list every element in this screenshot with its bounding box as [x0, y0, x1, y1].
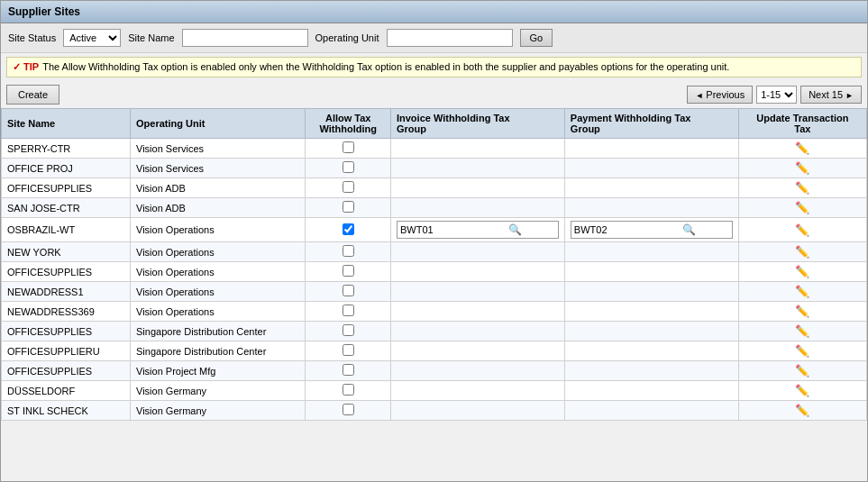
allow-tax-checkbox[interactable]: [343, 344, 354, 356]
supplier-sites-table: Site Name Operating Unit Allow TaxWithho…: [1, 108, 867, 421]
allow-tax-checkbox[interactable]: [343, 324, 354, 336]
allow-tax-checkbox[interactable]: [343, 384, 354, 396]
tip-bar: ✓ TIP The Allow Withholding Tax option i…: [6, 57, 862, 77]
cell-edit: ✏️: [738, 242, 866, 262]
payment-search-icon[interactable]: 🔍: [680, 223, 699, 237]
cell-edit: ✏️: [738, 139, 866, 159]
cell-invoice-group: [390, 381, 564, 401]
cell-site-name: OFFICESUPPLIES: [2, 262, 131, 282]
edit-icon[interactable]: ✏️: [795, 344, 809, 358]
table-row: OFFICE PROJVision Services✏️: [2, 159, 867, 178]
cell-invoice-group: [390, 302, 564, 322]
tip-message: The Allow Withholding Tax option is enab…: [42, 61, 729, 72]
allow-tax-checkbox[interactable]: [343, 201, 354, 213]
edit-icon[interactable]: ✏️: [795, 265, 809, 278]
cell-payment-group: [564, 401, 738, 421]
toolbar: Site Status Active Inactive Site Name Op…: [1, 23, 867, 53]
cell-payment-group: [564, 262, 738, 282]
cell-allow-tax: [306, 322, 390, 341]
cell-allow-tax: [306, 401, 390, 421]
table-row: SAN JOSE-CTRVision ADB✏️: [2, 198, 867, 218]
cell-allow-tax: [306, 341, 390, 361]
table-row: OFFICESUPPLIESVision Project Mfg✏️: [2, 361, 867, 381]
col-payment-group: Payment Withholding TaxGroup: [564, 109, 738, 139]
edit-icon[interactable]: ✏️: [795, 364, 809, 377]
allow-tax-checkbox[interactable]: [343, 161, 354, 173]
edit-icon[interactable]: ✏️: [795, 324, 809, 338]
table-row: NEWADDRESS369Vision Operations✏️: [2, 302, 867, 322]
cell-operating-unit: Vision Operations: [131, 262, 306, 282]
window-title: Supplier Sites: [8, 5, 80, 18]
cell-edit: ✏️: [738, 178, 866, 198]
main-window: Supplier Sites Site Status Active Inacti…: [0, 0, 868, 482]
site-status-select[interactable]: Active Inactive: [63, 29, 121, 47]
cell-edit: ✏️: [738, 282, 866, 302]
allow-tax-checkbox[interactable]: [343, 285, 354, 296]
allow-tax-checkbox[interactable]: [343, 141, 354, 153]
operating-unit-label: Operating Unit: [315, 32, 379, 43]
allow-tax-checkbox[interactable]: [343, 265, 354, 277]
cell-edit: ✏️: [738, 322, 866, 341]
cell-edit: ✏️: [738, 381, 866, 401]
table-row: DÜSSELDORFVision Germany✏️: [2, 381, 867, 401]
cell-edit: ✏️: [738, 341, 866, 361]
cell-payment-group: [564, 178, 738, 198]
edit-icon[interactable]: ✏️: [795, 223, 809, 237]
previous-button[interactable]: Previous: [687, 86, 753, 104]
table-row: ST INKL SCHECKVision Germany✏️: [2, 401, 867, 421]
cell-payment-group: [564, 322, 738, 341]
invoice-group-input[interactable]: [397, 223, 506, 236]
edit-icon[interactable]: ✏️: [795, 245, 809, 259]
cell-invoice-group: [390, 282, 564, 302]
next-button[interactable]: Next 15: [800, 86, 862, 104]
cell-allow-tax: [306, 198, 390, 218]
cell-invoice-group: [390, 262, 564, 282]
cell-allow-tax: [306, 262, 390, 282]
edit-icon[interactable]: ✏️: [795, 141, 809, 155]
cell-allow-tax: [306, 302, 390, 322]
cell-operating-unit: Singapore Distribution Center: [131, 341, 306, 361]
edit-icon[interactable]: ✏️: [795, 305, 809, 318]
edit-icon[interactable]: ✏️: [795, 161, 809, 175]
cell-allow-tax: [306, 381, 390, 401]
cell-invoice-group: [390, 242, 564, 262]
edit-icon[interactable]: ✏️: [795, 181, 809, 195]
edit-icon[interactable]: ✏️: [795, 404, 809, 417]
cell-invoice-group: [390, 322, 564, 341]
site-status-label: Site Status: [8, 32, 56, 43]
edit-icon[interactable]: ✏️: [795, 384, 809, 397]
operating-unit-input[interactable]: [387, 29, 513, 47]
cell-payment-group: [564, 139, 738, 159]
create-button[interactable]: Create: [6, 85, 59, 105]
table-row: SPERRY-CTRVision Services✏️: [2, 139, 867, 159]
cell-allow-tax: [306, 139, 390, 159]
edit-icon[interactable]: ✏️: [795, 201, 809, 214]
page-range-select[interactable]: 1-15: [756, 86, 797, 104]
tip-icon: ✓ TIP: [13, 61, 39, 73]
site-name-input[interactable]: [182, 29, 308, 47]
allow-tax-checkbox[interactable]: [343, 404, 354, 415]
cell-operating-unit: Vision ADB: [131, 198, 306, 218]
allow-tax-checkbox[interactable]: [343, 364, 354, 376]
allow-tax-checkbox[interactable]: [343, 223, 354, 235]
cell-allow-tax: [306, 178, 390, 198]
go-button[interactable]: Go: [520, 29, 553, 47]
allow-tax-checkbox[interactable]: [343, 305, 354, 316]
cell-operating-unit: Vision Operations: [131, 282, 306, 302]
allow-tax-checkbox[interactable]: [343, 181, 354, 193]
table-row: OFFICESUPPLIESSingapore Distribution Cen…: [2, 322, 867, 341]
cell-site-name: NEW YORK: [2, 242, 131, 262]
cell-payment-group: [564, 361, 738, 381]
cell-operating-unit: Vision Germany: [131, 381, 306, 401]
table-container: Site Name Operating Unit Allow TaxWithho…: [1, 108, 867, 421]
edit-icon[interactable]: ✏️: [795, 285, 809, 298]
cell-invoice-group: [390, 361, 564, 381]
cell-site-name: DÜSSELDORF: [2, 381, 131, 401]
allow-tax-checkbox[interactable]: [343, 245, 354, 257]
payment-group-input[interactable]: [571, 223, 680, 236]
invoice-search-icon[interactable]: 🔍: [506, 223, 525, 237]
cell-site-name: OSBRAZIL-WT: [2, 218, 131, 242]
cell-invoice-group: 🔍: [390, 218, 564, 242]
table-row: OFFICESUPPLIESVision Operations✏️: [2, 262, 867, 282]
cell-invoice-group: [390, 401, 564, 421]
